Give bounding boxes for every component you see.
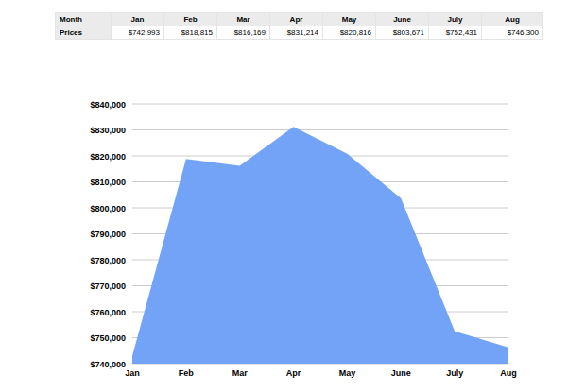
area-chart-svg[interactable]: $740,000$750,000$760,000$770,000$780,000… (57, 93, 585, 392)
price-cell-july[interactable]: $752,431 (429, 26, 482, 40)
x-axis-tick-label: July (446, 368, 463, 378)
prices-area-series[interactable] (132, 127, 508, 364)
y-axis-tick-label: $740,000 (90, 360, 126, 369)
table-header-apr[interactable]: Apr (270, 13, 323, 26)
table-header-may[interactable]: May (323, 13, 376, 26)
y-axis-tick-label: $840,000 (90, 100, 126, 110)
y-axis-tick-label: $760,000 (90, 308, 126, 317)
table-header-jan[interactable]: Jan (112, 13, 164, 26)
prices-area-chart[interactable]: $740,000$750,000$760,000$770,000$780,000… (57, 93, 585, 392)
price-cell-june[interactable]: $803,671 (376, 26, 429, 40)
x-axis-tick-label: May (339, 368, 356, 378)
table-header-month[interactable]: Month (56, 13, 112, 26)
x-axis-tick-label: Feb (179, 368, 195, 378)
table-header-june[interactable]: June (376, 13, 429, 26)
table-header-aug[interactable]: Aug (482, 13, 543, 26)
table-header-july[interactable]: July (429, 13, 482, 26)
y-axis-tick-label: $780,000 (90, 256, 126, 265)
price-cell-apr[interactable]: $831,214 (270, 26, 323, 40)
price-cell-jan[interactable]: $742,993 (112, 26, 164, 40)
prices-table: Month Jan Feb Mar Apr May June July Aug … (55, 12, 543, 40)
x-axis-tick-label: Aug (500, 368, 517, 378)
price-cell-feb[interactable]: $818,815 (164, 26, 217, 40)
y-axis-tick-label: $810,000 (90, 178, 126, 187)
table-header-feb[interactable]: Feb (164, 13, 217, 26)
table-values-row: Prices $742,993 $818,815 $816,169 $831,2… (56, 26, 543, 40)
x-axis-tick-label: Mar (232, 368, 249, 378)
x-axis-tick-label: Apr (286, 368, 301, 378)
y-axis-tick-label: $820,000 (90, 152, 126, 162)
y-axis-tick-label: $830,000 (90, 126, 126, 135)
x-axis-tick-label: Jan (125, 368, 140, 378)
table-header-row: Month Jan Feb Mar Apr May June July Aug (56, 13, 543, 26)
y-axis-tick-label: $790,000 (90, 230, 126, 239)
price-cell-mar[interactable]: $816,169 (217, 26, 270, 40)
y-axis-tick-label: $770,000 (90, 281, 126, 291)
y-axis-tick-label: $800,000 (90, 204, 126, 213)
x-axis-tick-label: June (391, 368, 411, 378)
table-row-label-prices[interactable]: Prices (56, 26, 112, 40)
table-header-mar[interactable]: Mar (217, 13, 270, 26)
price-cell-may[interactable]: $820,816 (323, 26, 376, 40)
y-axis-tick-label: $750,000 (90, 333, 126, 343)
price-cell-aug[interactable]: $746,300 (482, 26, 543, 40)
spreadsheet-canvas: { "table": { "header": ["Month", "Jan", … (0, 0, 585, 392)
